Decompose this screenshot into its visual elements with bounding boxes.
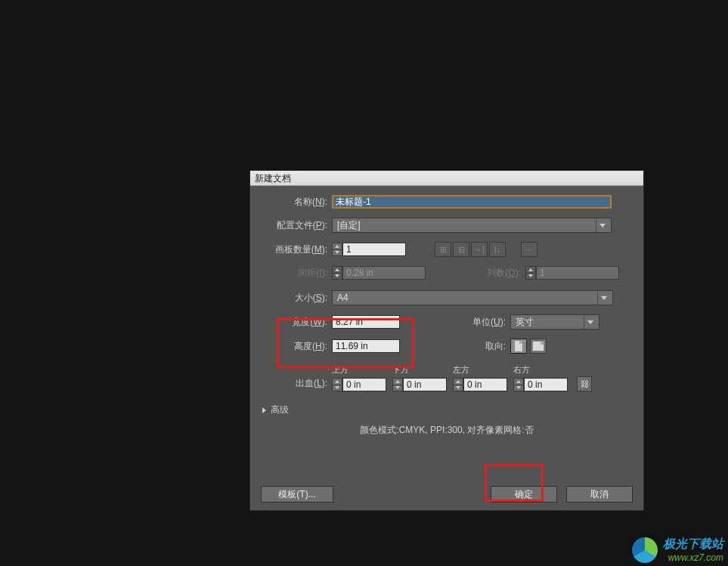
watermark: 极光下载站 www.xz7.com: [632, 537, 723, 563]
size-label: 大小(S):: [285, 292, 327, 305]
columns-label: 列数(O):: [445, 267, 521, 280]
bleed-bottom-header: 下方: [392, 364, 409, 376]
arrange-grid-col-icon: ⊟: [453, 242, 469, 257]
spacing-spinner: [332, 266, 342, 280]
profile-label: 配置文件(P):: [261, 219, 327, 232]
width-input[interactable]: [332, 315, 400, 329]
bleed-label: 出血(L):: [285, 377, 327, 390]
artboards-label: 画板数量(M):: [261, 243, 327, 256]
artboards-spinner[interactable]: [332, 243, 342, 256]
orientation-portrait-button[interactable]: [510, 339, 527, 354]
watermark-title: 极光下载站: [663, 537, 723, 552]
cancel-button[interactable]: 取消: [566, 486, 633, 503]
units-label: 单位(U):: [407, 316, 506, 329]
ok-button[interactable]: 确定: [491, 486, 557, 503]
height-input[interactable]: [332, 339, 400, 353]
size-dropdown[interactable]: A4: [332, 290, 613, 305]
bleed-top-spinner[interactable]: [332, 378, 342, 391]
artboards-input[interactable]: [342, 243, 406, 256]
bleed-right-input[interactable]: [524, 378, 568, 391]
bleed-left-input[interactable]: [463, 378, 507, 391]
arrange-col-icon: |↓: [489, 242, 506, 257]
dialog-title: 新建文档: [250, 171, 643, 186]
bleed-bottom-spinner[interactable]: [392, 378, 403, 391]
bleed-right-spinner[interactable]: [513, 378, 524, 391]
bleed-left-spinner[interactable]: [453, 378, 463, 391]
flow-direction-icon: →: [521, 242, 537, 257]
height-label: 高度(H):: [285, 340, 327, 353]
orientation-landscape-button[interactable]: [530, 339, 547, 354]
spacing-label: 间距(I):: [285, 267, 327, 280]
arrange-row-rtl-icon: →|: [471, 242, 488, 257]
width-label: 宽度(W):: [285, 316, 327, 329]
columns-input: [536, 266, 619, 280]
bleed-left-header: 左方: [453, 364, 469, 376]
watermark-url: www.xz7.com: [663, 552, 723, 563]
columns-spinner: [525, 266, 536, 280]
orientation-label: 取向:: [407, 340, 506, 353]
name-input[interactable]: [332, 195, 612, 209]
units-dropdown[interactable]: 英寸: [510, 314, 599, 329]
watermark-logo-icon: [632, 537, 658, 563]
profile-dropdown[interactable]: [自定]: [332, 218, 612, 233]
new-document-dialog: 新建文档 名称(N): 配置文件(P): [自定] 画板数量(M):: [249, 170, 644, 511]
template-button[interactable]: 模板(T)...: [261, 486, 333, 503]
advanced-label[interactable]: 高级: [271, 404, 289, 416]
bleed-link-icon[interactable]: ⛓: [577, 376, 592, 391]
advanced-expand-icon[interactable]: [262, 407, 266, 413]
bleed-top-input[interactable]: [342, 378, 386, 391]
bleed-bottom-input[interactable]: [403, 378, 447, 391]
spacing-input: [342, 266, 426, 280]
arrange-grid-row-icon: ⊞: [435, 242, 451, 257]
mode-info-text: 颜色模式:CMYK, PPI:300, 对齐像素网格:否: [261, 424, 633, 437]
bleed-right-header: 右方: [513, 364, 530, 376]
name-label: 名称(N):: [261, 196, 327, 209]
bleed-top-header: 上方: [332, 364, 349, 376]
